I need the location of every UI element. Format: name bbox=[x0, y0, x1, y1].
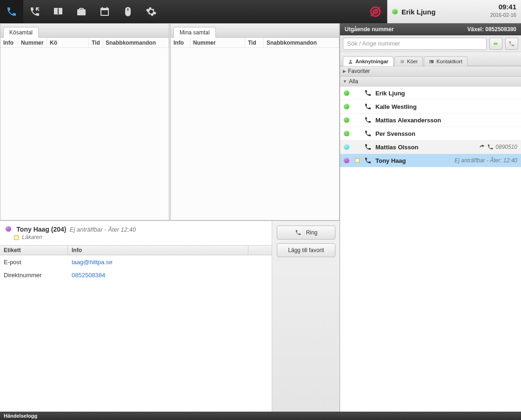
extension-name: Erik Ljung bbox=[375, 90, 517, 97]
event-log-label: Händelselogg bbox=[4, 413, 37, 419]
outgoing-number-bar: Utgående nummer Växel: 0852508380 bbox=[340, 23, 521, 35]
presence-dot-icon bbox=[344, 117, 349, 123]
phone-arrow-icon[interactable] bbox=[23, 0, 47, 23]
call-button[interactable]: Ring bbox=[277, 226, 335, 240]
queue-call-list bbox=[0, 48, 169, 220]
presence-dot-icon bbox=[344, 104, 349, 109]
phone-icon bbox=[364, 103, 375, 110]
tab-extensions-label: Anknytningar bbox=[355, 59, 388, 64]
tab-queue-calls[interactable]: Kösamtal bbox=[3, 27, 39, 38]
extension-row[interactable]: Per Svensson bbox=[340, 127, 521, 140]
tab-queues[interactable]: Köer bbox=[394, 56, 423, 66]
note-icon bbox=[355, 158, 360, 163]
outgoing-number: 0890510 bbox=[479, 144, 517, 150]
phone-icon bbox=[364, 89, 375, 97]
tab-my-calls[interactable]: Mina samtal bbox=[174, 27, 216, 38]
chevron-down-icon: ▼ bbox=[343, 79, 347, 84]
outgoing-label: Utgående nummer bbox=[345, 26, 394, 33]
search-input[interactable] bbox=[343, 38, 487, 50]
group-favorites-label: Favoriter bbox=[348, 68, 370, 74]
phone-icon bbox=[364, 157, 375, 164]
phone-icon[interactable] bbox=[0, 0, 23, 23]
col-snabb[interactable]: Snabbkommandon bbox=[264, 38, 339, 47]
my-calls-panel: Mina samtal Info Nummer Tid Snabbkommand… bbox=[170, 23, 340, 220]
event-log-bar[interactable]: Händelselogg bbox=[0, 412, 521, 420]
extension-status: Ej anträffbar - Åter: 12:40 bbox=[454, 157, 517, 164]
col-ko[interactable]: Kö bbox=[47, 38, 89, 47]
user-block[interactable]: Erik Ljung 09:41 2016-02-16 bbox=[387, 0, 521, 23]
note-icon bbox=[14, 235, 19, 240]
topbar: Erik Ljung 09:41 2016-02-16 bbox=[0, 0, 521, 23]
label: Direktnummer bbox=[0, 272, 68, 279]
left-column: Kösamtal Info Nummer Kö Tid Snabbkommand… bbox=[0, 23, 340, 412]
main-toolbar bbox=[0, 0, 387, 23]
col-info[interactable]: Info bbox=[0, 38, 18, 47]
dial-button[interactable] bbox=[505, 38, 518, 50]
label: E-post bbox=[0, 259, 68, 266]
queue-calls-panel: Kösamtal Info Nummer Kö Tid Snabbkommand… bbox=[0, 23, 169, 220]
extension-row[interactable]: Erik Ljung bbox=[340, 87, 521, 100]
book-icon[interactable] bbox=[47, 0, 70, 23]
col-tid[interactable]: Tid bbox=[89, 38, 103, 47]
col-info[interactable]: Info bbox=[171, 38, 190, 47]
clock-date: 2016-02-16 bbox=[490, 12, 516, 18]
col-tid[interactable]: Tid bbox=[245, 38, 264, 47]
contact-status: Ej anträffbar - Åter 12:40 bbox=[70, 226, 136, 233]
group-all-label: Alla bbox=[349, 78, 358, 85]
extension-name: Mattias Olsson bbox=[375, 144, 479, 151]
value-email[interactable]: taag@hittpa.se bbox=[68, 259, 272, 266]
extension-name: Kalle Westling bbox=[375, 103, 517, 110]
presence-dot-icon bbox=[344, 131, 349, 136]
right-column: Utgående nummer Växel: 0852508380 Anknyt… bbox=[340, 23, 521, 412]
col-nummer[interactable]: Nummer bbox=[18, 38, 47, 47]
extension-name: Mattias Alexandersson bbox=[375, 117, 517, 124]
col-snabb[interactable]: Snabbkommandon bbox=[103, 38, 169, 47]
phone-icon bbox=[364, 116, 375, 124]
value-direct[interactable]: 0852508384 bbox=[68, 272, 272, 279]
switch-number: Växel: 0852508380 bbox=[468, 26, 516, 33]
tab-queues-label: Köer bbox=[407, 59, 418, 64]
contact-row-email: E-post taag@hittpa.se bbox=[0, 255, 272, 268]
presence-dot-icon bbox=[344, 90, 349, 96]
add-favorite-label: Lägg till favorit bbox=[288, 247, 324, 253]
col-etikett[interactable]: Etikett bbox=[0, 246, 68, 255]
presence-dot-icon bbox=[344, 144, 349, 150]
contact-name: Tony Haag (204) bbox=[16, 226, 66, 233]
clock-time: 09:41 bbox=[499, 3, 516, 11]
contact-row-direct: Direktnummer 0852508384 bbox=[0, 268, 272, 281]
phone-icon bbox=[364, 130, 375, 137]
presence-dot-icon bbox=[6, 226, 11, 232]
extension-row[interactable]: Mattias Alexandersson bbox=[340, 113, 521, 127]
add-favorite-button[interactable]: Lägg till favorit bbox=[277, 243, 335, 257]
extension-row[interactable]: Mattias Olsson0890510 bbox=[340, 140, 521, 154]
briefcase-icon[interactable] bbox=[70, 0, 93, 23]
mouse-icon[interactable] bbox=[116, 0, 140, 23]
contact-subtitle: Läkaren bbox=[22, 234, 42, 240]
chevron-right-icon: ▶ bbox=[343, 69, 346, 73]
tab-contact-cards-label: Kontaktkort bbox=[436, 59, 462, 64]
extension-list: Erik LjungKalle WestlingMattias Alexande… bbox=[340, 87, 521, 167]
transfer-button[interactable] bbox=[489, 38, 502, 50]
extension-row[interactable]: Tony HaagEj anträffbar - Åter: 12:40 bbox=[340, 154, 521, 167]
phone-icon bbox=[364, 143, 375, 151]
contact-detail-pane: Tony Haag (204) Ej anträffbar - Åter 12:… bbox=[0, 220, 340, 412]
current-user-name: Erik Ljung bbox=[401, 8, 435, 16]
group-all[interactable]: ▼ Alla bbox=[340, 76, 521, 87]
extension-row[interactable]: Kalle Westling bbox=[340, 100, 521, 113]
group-favorites[interactable]: ▶ Favoriter bbox=[340, 66, 521, 76]
call-button-label: Ring bbox=[306, 229, 318, 236]
lifebuoy-crossed-icon[interactable] bbox=[364, 0, 387, 23]
col-nummer[interactable]: Nummer bbox=[190, 38, 245, 47]
col-info[interactable]: Info bbox=[68, 246, 248, 255]
my-call-list bbox=[171, 48, 339, 220]
extension-name: Per Svensson bbox=[375, 130, 517, 137]
tab-extensions[interactable]: Anknytningar bbox=[343, 56, 394, 66]
extension-name: Tony Haag bbox=[375, 157, 454, 164]
presence-dot-icon bbox=[392, 9, 398, 14]
tab-contact-cards[interactable]: Kontaktkort bbox=[424, 56, 468, 66]
gears-icon[interactable] bbox=[140, 0, 163, 23]
presence-dot-icon bbox=[344, 158, 349, 163]
calendar-icon[interactable] bbox=[93, 0, 116, 23]
